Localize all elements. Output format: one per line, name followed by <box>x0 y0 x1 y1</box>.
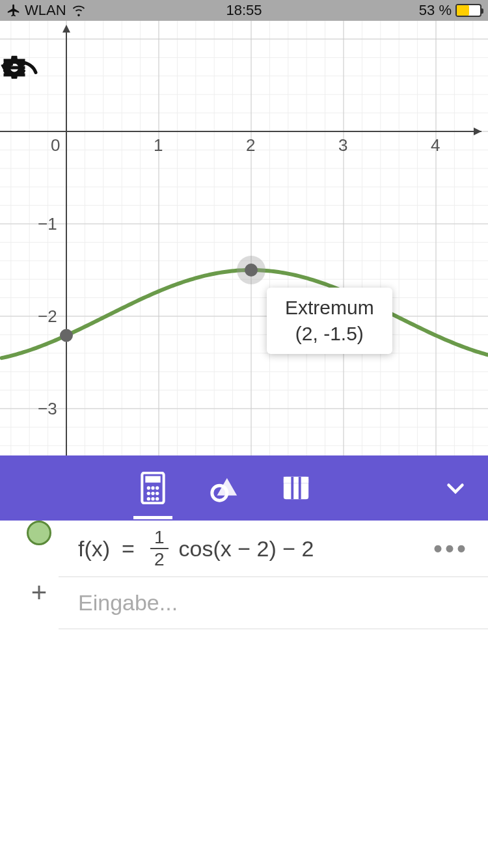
view-tab-bar <box>0 455 488 521</box>
svg-point-79 <box>156 492 159 495</box>
svg-text:1: 1 <box>154 135 163 155</box>
series-color-toggle[interactable] <box>27 521 51 545</box>
svg-text:0: 0 <box>51 135 60 155</box>
formula-rest: cos(x − 2) − 2 <box>179 536 314 562</box>
wifi-icon <box>70 3 87 18</box>
tooltip-coords: (2, -1.5) <box>285 323 374 345</box>
undo-button[interactable] <box>72 60 124 112</box>
gear-icon <box>0 53 29 82</box>
svg-point-76 <box>156 486 159 489</box>
table-icon <box>281 473 311 503</box>
graph-toolbar <box>0 53 488 118</box>
svg-point-77 <box>147 492 150 495</box>
tab-tools[interactable] <box>208 468 241 508</box>
formula-fx: f(x) <box>78 536 110 562</box>
formula-fraction: 1 2 <box>150 528 169 569</box>
graph-canvas[interactable]: 01234−1−2−3 Extremum (2, -1.5) <box>0 21 488 455</box>
formula-num: 1 <box>150 528 169 549</box>
tab-algebra[interactable] <box>137 468 169 508</box>
svg-point-69 <box>60 329 73 342</box>
settings-button[interactable] <box>416 60 468 112</box>
svg-point-74 <box>147 486 150 489</box>
svg-point-82 <box>156 497 159 500</box>
collapse-button[interactable] <box>436 462 475 514</box>
svg-rect-73 <box>145 476 160 483</box>
shapes-icon <box>210 473 239 503</box>
status-bar: WLAN 18:55 53 % <box>0 0 488 21</box>
svg-text:−2: −2 <box>38 306 57 326</box>
tooltip-title: Extremum <box>285 297 374 319</box>
airplane-icon <box>7 3 21 18</box>
algebra-input-row[interactable]: + Eingabe... <box>0 577 488 629</box>
svg-point-81 <box>151 497 154 500</box>
svg-point-80 <box>147 497 150 500</box>
formula-den: 2 <box>154 549 165 569</box>
extremum-tooltip: Extremum (2, -1.5) <box>267 288 392 354</box>
algebra-row-1[interactable]: f(x) = 1 2 cos(x − 2) − 2 ••• <box>0 521 488 577</box>
plus-icon: + <box>31 577 47 608</box>
svg-text:−1: −1 <box>38 214 57 234</box>
row-more-button[interactable]: ••• <box>433 534 468 563</box>
input-placeholder[interactable]: Eingabe... <box>78 590 178 616</box>
formula-display[interactable]: f(x) = 1 2 cos(x − 2) − 2 <box>78 528 433 569</box>
svg-text:−3: −3 <box>38 399 57 418</box>
calculator-icon <box>140 472 166 504</box>
svg-text:3: 3 <box>338 135 347 155</box>
chevron-down-icon <box>444 476 467 500</box>
battery-icon <box>455 4 481 17</box>
svg-text:2: 2 <box>246 135 255 155</box>
status-time: 18:55 <box>226 2 262 19</box>
formula-eq: = <box>122 536 135 562</box>
status-left: WLAN <box>7 2 87 19</box>
svg-text:4: 4 <box>431 135 440 155</box>
tab-table[interactable] <box>280 468 312 508</box>
svg-point-78 <box>151 492 154 495</box>
svg-point-71 <box>245 264 258 277</box>
svg-point-75 <box>151 486 154 489</box>
svg-rect-86 <box>284 477 308 483</box>
battery-percent: 53 % <box>419 2 452 19</box>
status-right: 53 % <box>419 2 481 19</box>
wlan-label: WLAN <box>25 2 66 19</box>
